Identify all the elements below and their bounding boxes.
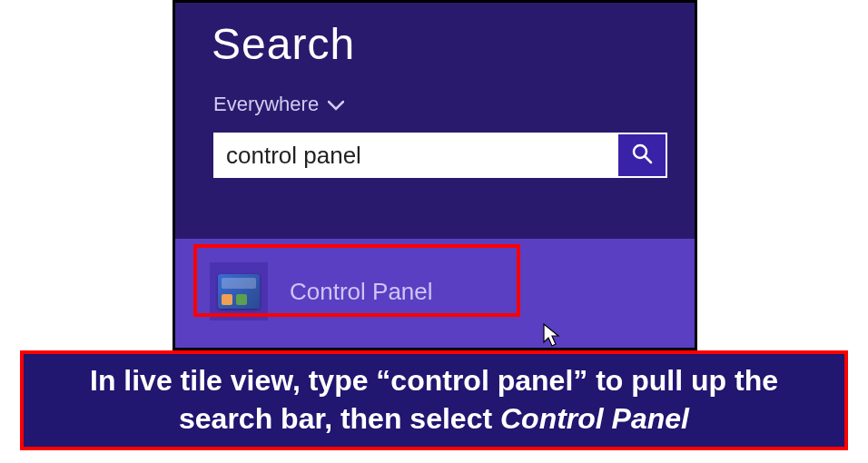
search-input[interactable] [213, 133, 616, 178]
result-icon-tile [210, 262, 268, 320]
search-scope-label: Everywhere [213, 93, 319, 116]
instruction-caption: In live tile view, type “control panel” … [20, 350, 848, 450]
search-title: Search [175, 3, 695, 69]
caption-em: Control Panel [500, 402, 689, 435]
search-row [213, 133, 667, 178]
svg-line-1 [645, 156, 651, 163]
search-icon [630, 142, 654, 169]
search-button[interactable] [616, 133, 667, 178]
cursor-icon [542, 322, 562, 350]
search-results-area: Control Panel [175, 239, 695, 348]
control-panel-icon [218, 274, 260, 309]
search-scope-dropdown[interactable]: Everywhere [175, 69, 695, 116]
result-label: Control Panel [290, 278, 433, 306]
result-item-control-panel[interactable]: Control Panel [206, 259, 437, 324]
search-charm-panel: Search Everywhere Control Panel [173, 0, 697, 350]
chevron-down-icon [328, 93, 344, 116]
